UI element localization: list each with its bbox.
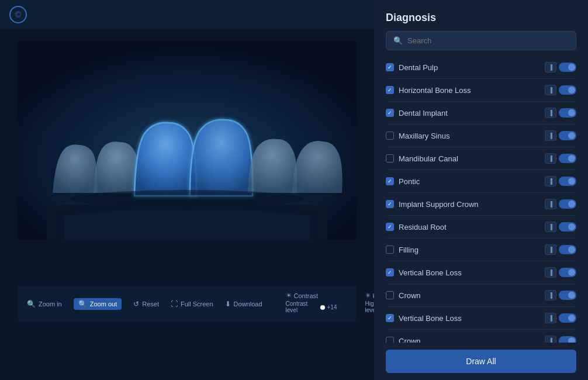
item-label: Vertical Bone Loss	[399, 314, 540, 323]
dental-visualization	[18, 41, 357, 240]
reset-icon: ↺	[133, 300, 139, 308]
item-label: Crown	[399, 337, 540, 343]
zoom-out-icon: 🔍	[78, 300, 87, 308]
item-details-button[interactable]: ▐	[545, 108, 556, 118]
app-logo: ©	[9, 6, 27, 23]
draw-all-button[interactable]: Draw All	[386, 350, 576, 373]
zoom-in-button[interactable]: 🔍 Zoom in	[27, 300, 62, 308]
toggle-dot	[568, 155, 575, 162]
item-checkbox[interactable]	[386, 223, 394, 231]
diagnosis-item[interactable]: Dental Pulp▐	[386, 56, 576, 79]
diagnosis-item[interactable]: Pontic▐	[386, 170, 576, 193]
item-details-button[interactable]: ▐	[545, 336, 556, 343]
diagnosis-item[interactable]: Vertical Bone Loss▐	[386, 261, 576, 284]
item-toggle[interactable]	[559, 63, 576, 72]
viewer-panel: ©	[0, 0, 374, 380]
item-controls: ▐	[545, 244, 576, 255]
item-checkbox[interactable]	[386, 132, 394, 140]
item-checkbox[interactable]	[386, 109, 394, 117]
item-details-button[interactable]: ▐	[545, 244, 556, 255]
toggle-dot	[568, 246, 575, 253]
fullscreen-button[interactable]: ⛶ Full Screen	[171, 300, 213, 308]
reset-label: Reset	[142, 300, 159, 308]
toggle-dot	[568, 132, 575, 139]
item-details-button[interactable]: ▐	[545, 62, 556, 72]
contrast-value: +14	[327, 304, 342, 310]
item-label: Mandibular Canal	[399, 154, 540, 163]
item-label: Maxillary Sinus	[399, 132, 540, 140]
item-details-button[interactable]: ▐	[545, 313, 556, 323]
diagnosis-item[interactable]: Horizontal Bone Loss▐	[386, 79, 576, 102]
item-details-button[interactable]: ▐	[545, 153, 556, 164]
item-details-button[interactable]: ▐	[545, 222, 556, 232]
item-toggle[interactable]	[559, 268, 576, 277]
diagnosis-items-list: Dental Pulp▐Horizontal Bone Loss▐Dental …	[374, 56, 588, 343]
item-toggle[interactable]	[559, 291, 576, 300]
dental-image-container	[18, 41, 357, 240]
contrast-label: Contrast	[294, 292, 319, 299]
item-details-button[interactable]: ▐	[545, 267, 556, 278]
item-details-button[interactable]: ▐	[545, 176, 556, 186]
reset-button[interactable]: ↺ Reset	[133, 300, 159, 308]
item-checkbox[interactable]	[386, 291, 394, 299]
toggle-dot	[568, 87, 575, 94]
item-details-button[interactable]: ▐	[545, 290, 556, 300]
diagnosis-item[interactable]: Filling▐	[386, 239, 576, 261]
toggle-dot	[568, 269, 575, 276]
item-toggle[interactable]	[559, 108, 576, 118]
item-toggle[interactable]	[559, 177, 576, 186]
item-checkbox[interactable]	[386, 246, 394, 254]
item-label: Implant Suppord Crown	[399, 200, 540, 209]
zoom-in-label: Zoom in	[39, 300, 62, 308]
contrast-section: ☀ Contrast Contrast level +14	[286, 292, 342, 316]
item-toggle[interactable]	[559, 245, 576, 254]
item-details-button[interactable]: ▐	[545, 199, 556, 209]
diagnosis-item[interactable]: Residual Root▐	[386, 216, 576, 239]
item-checkbox[interactable]	[386, 268, 394, 277]
download-label: Download	[234, 300, 262, 308]
item-toggle[interactable]	[559, 154, 576, 163]
logo-symbol: ©	[15, 10, 21, 19]
zoom-out-label: Zoom out	[90, 300, 117, 308]
item-checkbox[interactable]	[386, 63, 394, 71]
search-box[interactable]: 🔍	[386, 31, 576, 50]
zoom-out-button[interactable]: 🔍 Zoom out	[74, 298, 122, 310]
item-checkbox[interactable]	[386, 337, 394, 343]
item-details-button[interactable]: ▐	[545, 130, 556, 141]
viewer-toolbar: 🔍 Zoom in 🔍 Zoom out ↺ Reset ⛶ Full Scre…	[18, 286, 357, 322]
diagnosis-item[interactable]: Vertical Bone Loss▐	[386, 307, 576, 330]
item-checkbox[interactable]	[386, 86, 394, 94]
item-toggle[interactable]	[559, 85, 576, 95]
item-toggle[interactable]	[559, 131, 576, 140]
diagnosis-item[interactable]: Mandibular Canal▐	[386, 147, 576, 170]
item-checkbox[interactable]	[386, 314, 394, 322]
diagnosis-item[interactable]: Crown▐	[386, 284, 576, 307]
item-controls: ▐	[545, 108, 576, 118]
item-toggle[interactable]	[559, 222, 576, 232]
diagnosis-item[interactable]: Crown▐	[386, 330, 576, 343]
item-details-button[interactable]: ▐	[545, 85, 556, 95]
toggle-dot	[568, 109, 575, 116]
download-button[interactable]: ⬇ Download	[225, 300, 262, 308]
diagnosis-item[interactable]: Dental Implant▐	[386, 102, 576, 125]
item-checkbox[interactable]	[386, 154, 394, 163]
toggle-dot	[568, 292, 575, 299]
toggle-dot	[568, 315, 575, 322]
item-checkbox[interactable]	[386, 177, 394, 185]
contrast-sublabel: Contrast level	[286, 300, 318, 313]
contrast-slider-group: Contrast level +14	[286, 300, 342, 313]
item-toggle[interactable]	[559, 313, 576, 323]
toggle-dot	[568, 201, 575, 208]
contrast-thumb	[320, 305, 325, 310]
fullscreen-label: Full Screen	[181, 300, 213, 308]
item-label: Pontic	[399, 177, 540, 186]
right-side: Diagnosis 🔍 Dental Pulp▐Horizontal Bone …	[374, 0, 588, 380]
diagnosis-item[interactable]: Implant Suppord Crown▐	[386, 193, 576, 216]
item-checkbox[interactable]	[386, 200, 394, 208]
item-label: Crown	[399, 291, 540, 300]
item-toggle[interactable]	[559, 199, 576, 209]
item-toggle[interactable]	[559, 336, 576, 343]
item-label: Horizontal Bone Loss	[399, 86, 540, 95]
search-input[interactable]	[407, 36, 569, 45]
diagnosis-item[interactable]: Maxillary Sinus▐	[386, 125, 576, 147]
